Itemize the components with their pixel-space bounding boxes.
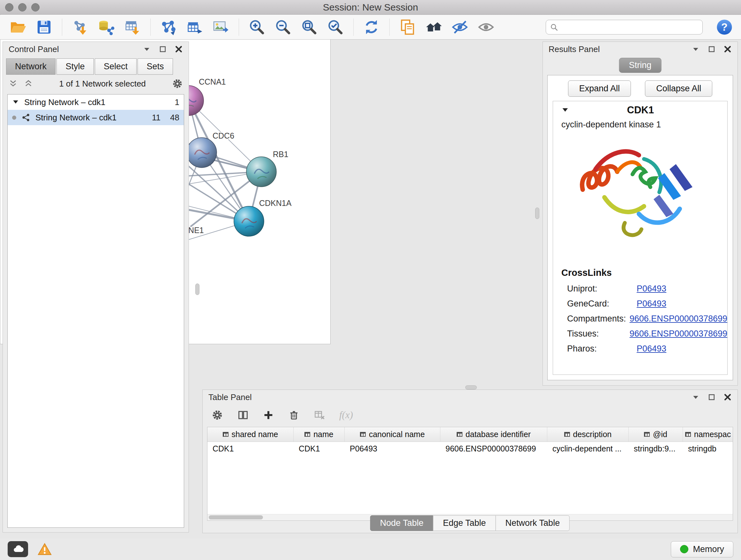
- network-node-CDKN1A[interactable]: [234, 206, 264, 236]
- crosslink-value-link[interactable]: P06493: [636, 299, 666, 309]
- column-header-canonical-name[interactable]: canonical name: [345, 427, 441, 442]
- help-button[interactable]: ?: [716, 19, 733, 36]
- left-splitter-handle[interactable]: [195, 284, 199, 295]
- collapse-all-button[interactable]: Collapse All: [645, 80, 712, 97]
- string-results-box: Expand All Collapse All CDK1 cyclin-depe…: [547, 75, 733, 380]
- import-network-file-button[interactable]: [71, 17, 90, 37]
- panel-close-icon[interactable]: [724, 45, 732, 53]
- show-panels-button[interactable]: [476, 17, 495, 37]
- column-header-database-identifier[interactable]: database identifier: [441, 427, 547, 442]
- import-network-database-button[interactable]: [97, 17, 116, 37]
- crosslink-value-link[interactable]: P06493: [636, 284, 666, 294]
- new-table-from-network-button[interactable]: [185, 17, 204, 37]
- zoom-selected-button[interactable]: [326, 17, 345, 37]
- crosslinks-list: Uniprot:P06493GeneCard:P06493Compartment…: [553, 281, 727, 356]
- table-cell[interactable]: CDK1: [207, 444, 293, 453]
- tab-select[interactable]: Select: [95, 58, 137, 75]
- collapse-all-icon[interactable]: [24, 79, 33, 88]
- network-tree: String Network – cdk1 1 String Network –…: [7, 94, 184, 528]
- import-table-file-button[interactable]: [123, 17, 142, 37]
- table-cell[interactable]: cyclin-dependent ...: [547, 444, 629, 453]
- zoom-window-button[interactable]: [31, 3, 40, 11]
- bottom-splitter-handle[interactable]: [465, 385, 477, 389]
- crosslink-row: Tissues:9606.ENSP00000378699: [553, 326, 727, 341]
- minimize-window-button[interactable]: [18, 3, 26, 11]
- panel-float-icon[interactable]: [708, 45, 716, 53]
- table-settings-gear-icon[interactable]: [212, 409, 223, 421]
- tab-network[interactable]: Network: [6, 58, 56, 75]
- protein-structure-image: [563, 133, 717, 261]
- warnings-button[interactable]: [35, 541, 55, 557]
- open-session-button[interactable]: [8, 17, 27, 37]
- panel-menu-icon[interactable]: [691, 45, 700, 53]
- tab-node-table[interactable]: Node Table: [370, 515, 433, 531]
- string-network-icon: [21, 113, 30, 122]
- add-column-icon[interactable]: [263, 409, 274, 421]
- crosslink-value-link[interactable]: 9606.ENSP00000378699: [630, 329, 727, 339]
- search-input[interactable]: [561, 22, 698, 32]
- delete-table-icon[interactable]: [314, 409, 325, 421]
- column-header-shared-name[interactable]: shared name: [207, 427, 293, 442]
- save-session-button[interactable]: [35, 17, 54, 37]
- delete-column-trash-icon[interactable]: [288, 409, 300, 421]
- tree-expanded-icon[interactable]: [12, 99, 19, 106]
- zoom-in-button[interactable]: [247, 17, 266, 37]
- status-bar: Memory: [0, 538, 741, 560]
- copy-style-button[interactable]: [398, 17, 417, 37]
- column-header-description[interactable]: description: [547, 427, 629, 442]
- window-titlebar: Session: New Session: [0, 0, 741, 15]
- panel-float-icon[interactable]: [708, 393, 716, 401]
- network-node-CDC6[interactable]: [187, 138, 217, 168]
- panel-menu-icon[interactable]: [691, 393, 700, 401]
- scrollbar-thumb[interactable]: [209, 515, 263, 519]
- collapse-section-icon[interactable]: [561, 106, 569, 114]
- zoom-fit-button[interactable]: [300, 17, 319, 37]
- column-header--id[interactable]: @id: [629, 427, 683, 442]
- warning-triangle-icon: [38, 542, 52, 556]
- column-header-name[interactable]: name: [293, 427, 345, 442]
- table-cell[interactable]: stringdb: [683, 444, 733, 453]
- export-image-icon: [212, 18, 229, 36]
- new-network-from-selection-button[interactable]: [159, 17, 178, 37]
- show-columns-icon[interactable]: [237, 409, 249, 421]
- function-builder-fx[interactable]: f(x): [339, 409, 353, 421]
- string-results-tab[interactable]: String: [619, 58, 662, 73]
- expand-all-icon[interactable]: [9, 79, 17, 88]
- table-cell[interactable]: 9606.ENSP00000378699: [441, 444, 547, 453]
- panel-close-icon[interactable]: [724, 393, 732, 401]
- expand-all-button[interactable]: Expand All: [568, 80, 631, 97]
- refresh-layout-button[interactable]: [362, 17, 381, 37]
- network-collection-row[interactable]: String Network – cdk1 1: [8, 95, 184, 110]
- crosslink-value-link[interactable]: P06493: [636, 344, 666, 354]
- close-window-button[interactable]: [5, 3, 13, 11]
- gear-icon[interactable]: [172, 78, 183, 89]
- column-header-namespac[interactable]: namespac: [683, 427, 733, 442]
- tab-network-table[interactable]: Network Table: [495, 515, 570, 531]
- network-collection-count: 1: [175, 98, 179, 107]
- network-row-selected[interactable]: String Network – cdk1 11 48: [8, 110, 184, 125]
- export-image-button[interactable]: [211, 17, 230, 37]
- node-label-CDKN1A: CDKN1A: [259, 199, 292, 207]
- crosslink-value-link[interactable]: 9606.ENSP00000378699: [630, 314, 727, 324]
- column-type-icon: [305, 432, 310, 437]
- table-cell[interactable]: P06493: [345, 444, 441, 453]
- tab-sets[interactable]: Sets: [138, 58, 173, 75]
- hide-panels-button[interactable]: [450, 17, 469, 37]
- tab-edge-table[interactable]: Edge Table: [433, 515, 496, 531]
- panel-menu-icon[interactable]: [143, 45, 151, 53]
- panel-close-icon[interactable]: [175, 45, 183, 53]
- copy-style-icon: [399, 18, 416, 36]
- home-button[interactable]: [424, 17, 443, 37]
- cloud-services-button[interactable]: [8, 541, 28, 557]
- right-splitter-handle[interactable]: [535, 207, 539, 219]
- zoom-out-button[interactable]: [273, 17, 293, 37]
- tab-style[interactable]: Style: [57, 58, 93, 75]
- panel-float-icon[interactable]: [158, 45, 167, 53]
- network-node-RB1[interactable]: [246, 157, 276, 187]
- table-cell[interactable]: CDK1: [293, 444, 345, 453]
- table-row[interactable]: CDK1CDK1P064939606.ENSP00000378699cyclin…: [207, 442, 733, 455]
- crosslink-row: Pharos:P06493: [553, 341, 727, 356]
- table-cell[interactable]: stringdb:9...: [629, 444, 683, 453]
- table-panel-title: Table Panel: [208, 392, 252, 402]
- memory-button[interactable]: Memory: [671, 541, 733, 557]
